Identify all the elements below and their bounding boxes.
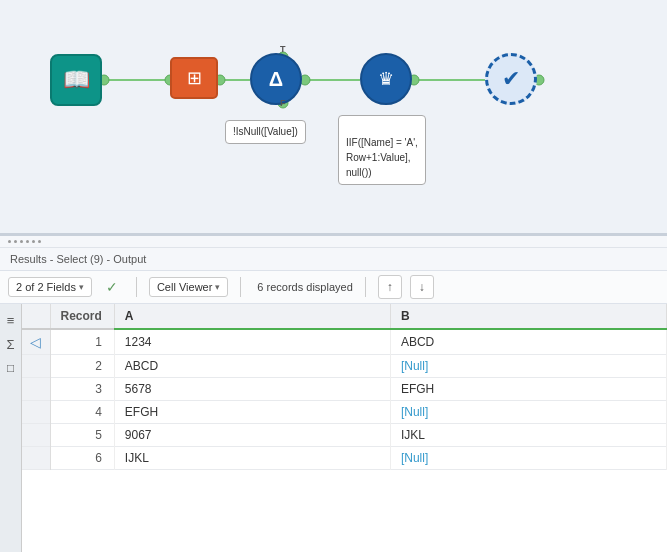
results-title: Results - Select (9) - Output: [0, 248, 667, 271]
results-panel: Results - Select (9) - Output 2 of 2 Fie…: [0, 235, 667, 552]
row-b-value: EFGH: [390, 378, 666, 401]
fields-label: 2 of 2 Fields: [16, 281, 76, 293]
fields-dropdown-button[interactable]: 2 of 2 Fields ▾: [8, 277, 92, 297]
table-row[interactable]: 2ABCD[Null]: [22, 355, 667, 378]
row-icon: [22, 424, 50, 447]
table-row[interactable]: 4EFGH[Null]: [22, 401, 667, 424]
col-header-icon: [22, 304, 50, 329]
row-a-value: 5678: [114, 378, 390, 401]
row-b-value: IJKL: [390, 424, 666, 447]
row-b-value: [Null]: [390, 401, 666, 424]
row-record: 6: [50, 447, 114, 470]
row-icon: [22, 447, 50, 470]
row-record: 3: [50, 378, 114, 401]
multirow-node[interactable]: ♛: [360, 53, 412, 105]
confirm-button[interactable]: ✓: [100, 275, 124, 299]
table-icon: ⊞: [187, 67, 202, 89]
filter-tooltip: !IsNull([Value]): [225, 120, 306, 144]
toolbar-separator-2: [240, 277, 241, 297]
fields-dropdown-arrow: ▾: [79, 282, 84, 292]
results-body: ≡ Σ □ Record A B ◁11234ABCD2ABCD[Null]35…: [0, 304, 667, 552]
row-a-value: ABCD: [114, 355, 390, 378]
checkmark-icon: ✓: [106, 279, 118, 295]
select-node[interactable]: ⊞: [170, 57, 218, 99]
row-a-value: 1234: [114, 329, 390, 355]
row-record: 5: [50, 424, 114, 447]
row-a-value: 9067: [114, 424, 390, 447]
filter-f-label: F: [280, 98, 286, 108]
table-row[interactable]: 6IJKL[Null]: [22, 447, 667, 470]
cell-viewer-label: Cell Viewer: [157, 281, 212, 293]
sidebar-list-icon[interactable]: ≡: [3, 312, 19, 328]
records-count: 6 records displayed: [257, 281, 352, 293]
row-b-value: [Null]: [390, 355, 666, 378]
multirow-tooltip: IIF([Name] = 'A',Row+1:Value],null()): [338, 115, 426, 185]
canvas-area: 📖 ⊞ Δ T F !IsNull([Value]) ♛ IIF([Name] …: [0, 0, 667, 235]
row-icon: [22, 401, 50, 424]
toolbar-separator-1: [136, 277, 137, 297]
browse-node[interactable]: ✔: [485, 53, 537, 105]
filter-icon: Δ: [269, 68, 283, 91]
row-record: 4: [50, 401, 114, 424]
drag-handle[interactable]: [0, 236, 667, 248]
col-header-record: Record: [50, 304, 114, 329]
filter-t-label: T: [280, 44, 286, 54]
table-row[interactable]: ◁11234ABCD: [22, 329, 667, 355]
table-row[interactable]: 35678EFGH: [22, 378, 667, 401]
row-a-value: EFGH: [114, 401, 390, 424]
toolbar-separator-3: [365, 277, 366, 297]
row-icon: [22, 378, 50, 401]
row-icon: ◁: [22, 329, 50, 355]
table-row[interactable]: 59067IJKL: [22, 424, 667, 447]
input-node[interactable]: 📖: [50, 54, 102, 106]
sidebar-cell-icon[interactable]: □: [3, 360, 19, 376]
cell-viewer-arrow: ▾: [215, 282, 220, 292]
results-table: Record A B ◁11234ABCD2ABCD[Null]35678EFG…: [22, 304, 667, 470]
nav-up-button[interactable]: ↑: [378, 275, 402, 299]
workflow-diagram: 📖 ⊞ Δ T F !IsNull([Value]) ♛ IIF([Name] …: [40, 30, 640, 190]
book-icon: 📖: [63, 67, 90, 93]
row-icon: [22, 355, 50, 378]
nav-down-button[interactable]: ↓: [410, 275, 434, 299]
filter-node[interactable]: Δ: [250, 53, 302, 105]
row-a-value: IJKL: [114, 447, 390, 470]
sidebar-sigma-icon[interactable]: Σ: [3, 336, 19, 352]
row-b-value: ABCD: [390, 329, 666, 355]
crown-icon: ♛: [378, 68, 394, 90]
up-arrow-icon: ↑: [387, 280, 393, 294]
col-header-a: A: [114, 304, 390, 329]
cell-viewer-button[interactable]: Cell Viewer ▾: [149, 277, 228, 297]
row-record: 2: [50, 355, 114, 378]
down-arrow-icon: ↓: [419, 280, 425, 294]
col-header-b: B: [390, 304, 666, 329]
results-toolbar: 2 of 2 Fields ▾ ✓ Cell Viewer ▾ 6 record…: [0, 271, 667, 304]
checkmark-icon: ✔: [502, 66, 520, 92]
left-sidebar: ≡ Σ □: [0, 304, 22, 552]
row-record: 1: [50, 329, 114, 355]
results-table-container[interactable]: Record A B ◁11234ABCD2ABCD[Null]35678EFG…: [22, 304, 667, 552]
row-b-value: [Null]: [390, 447, 666, 470]
